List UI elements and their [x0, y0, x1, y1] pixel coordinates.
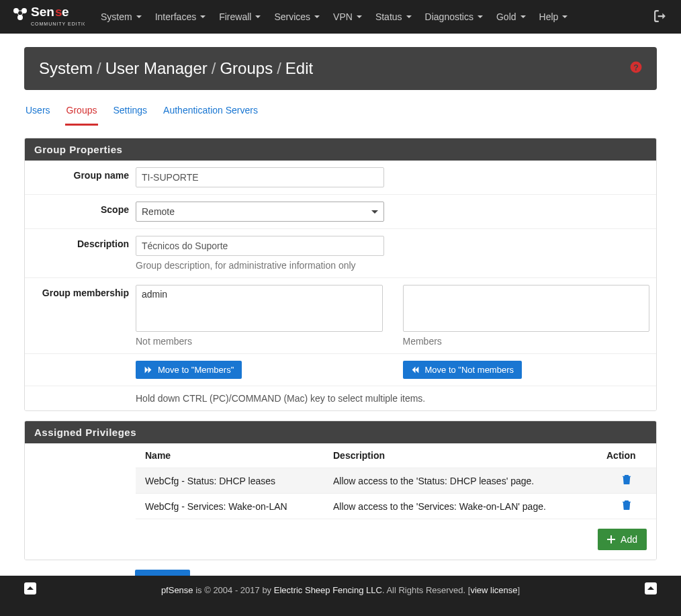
not-members-listbox[interactable]: admin [136, 285, 383, 332]
caret-down-icon [562, 15, 568, 18]
priv-description: Allow access to the 'Services: Wake-on-L… [333, 501, 606, 512]
svg-text:?: ? [633, 62, 639, 72]
not-members-caption: Not members [136, 336, 383, 347]
caret-down-icon [478, 15, 483, 18]
nav-item-vpn[interactable]: VPN [326, 1, 369, 32]
privileges-table: Name Description Action WebCfg - Status:… [136, 443, 656, 519]
nav-item-system[interactable]: System [94, 1, 148, 32]
breadcrumb-part[interactable]: System [39, 59, 93, 78]
nav-item-firewall[interactable]: Firewall [212, 1, 267, 32]
breadcrumb-part: Edit [285, 59, 313, 78]
table-row: WebCfg - Services: Wake-on-LAN Allow acc… [136, 494, 656, 519]
view-license-link[interactable]: view license [470, 585, 517, 595]
scope-selected-value: Remote [142, 206, 175, 217]
membership-help-text: Hold down CTRL (PC)/COMMAND (Mac) key to… [136, 393, 647, 404]
group-properties-panel: Group Properties Group name Scope Remote… [24, 138, 657, 411]
assigned-privileges-panel: Assigned Privileges Name Description Act… [24, 421, 657, 560]
help-circle-icon: ? [630, 61, 642, 73]
nav-item-status[interactable]: Status [369, 1, 418, 32]
scroll-to-top-button[interactable] [24, 582, 36, 595]
top-navbar: Sen s e COMMUNITY EDITION System Interfa… [0, 0, 681, 34]
page-header: System / User Manager / Groups / Edit ? [24, 47, 657, 90]
svg-text:s: s [55, 5, 62, 19]
list-option[interactable]: admin [139, 288, 379, 300]
nav-menu: System Interfaces Firewall Services VPN … [94, 1, 574, 32]
caret-down-icon [314, 15, 320, 18]
footer-company-link[interactable]: Electric Sheep Fencing LLC [274, 585, 382, 595]
tab-bar: Users Groups Settings Authentication Ser… [24, 99, 657, 126]
angle-double-right-icon [144, 365, 152, 374]
nav-item-help[interactable]: Help [533, 1, 575, 32]
nav-label: System [101, 11, 132, 22]
page-content: System / User Manager / Groups / Edit ? … [0, 34, 681, 610]
nav-label: Gold [496, 11, 516, 22]
trash-icon [622, 500, 631, 510]
button-label: Move to "Not members [425, 365, 514, 375]
move-to-members-button[interactable]: Move to "Members" [136, 361, 242, 379]
page-footer: pfSense is © 2004 - 2017 by Electric She… [0, 576, 681, 616]
caret-down-icon [200, 15, 206, 18]
caret-down-icon [255, 15, 261, 18]
group-name-label: Group name [25, 161, 136, 194]
breadcrumb: System / User Manager / Groups / Edit [39, 59, 313, 78]
nav-label: Interfaces [155, 11, 196, 22]
brand-logo[interactable]: Sen s e COMMUNITY EDITION [11, 4, 85, 30]
breadcrumb-separator: / [277, 59, 281, 78]
tab-users[interactable]: Users [24, 99, 52, 126]
nav-label: Status [375, 11, 402, 22]
panel-title: Assigned Privileges [25, 421, 656, 443]
column-header-description: Description [333, 450, 606, 461]
description-input[interactable] [136, 236, 384, 256]
breadcrumb-part[interactable]: User Manager [105, 59, 208, 78]
tab-auth-servers[interactable]: Authentication Servers [162, 99, 259, 126]
footer-brand-link[interactable]: pfSense [161, 585, 193, 595]
caret-down-icon [406, 15, 412, 18]
breadcrumb-separator: / [97, 59, 101, 78]
nav-label: VPN [333, 11, 353, 22]
description-help-text: Group description, for administrative in… [136, 260, 647, 271]
nav-item-diagnostics[interactable]: Diagnostics [418, 1, 490, 32]
button-label: Move to "Members" [158, 365, 234, 375]
svg-text:e: e [62, 5, 69, 19]
page-help-button[interactable]: ? [630, 61, 642, 77]
svg-text:Sen: Sen [31, 5, 54, 19]
scope-select[interactable]: Remote [136, 202, 384, 222]
add-privilege-button[interactable]: Add [598, 529, 647, 550]
tab-settings[interactable]: Settings [111, 99, 148, 126]
delete-privilege-button[interactable] [622, 475, 631, 486]
footer-text: pfSense is © 2004 - 2017 by Electric She… [161, 585, 520, 595]
scroll-to-top-button[interactable] [645, 582, 657, 595]
chevron-up-icon [647, 585, 654, 592]
nav-item-services[interactable]: Services [267, 1, 326, 32]
members-listbox[interactable] [403, 285, 650, 332]
nav-item-gold[interactable]: Gold [490, 1, 533, 32]
angle-double-left-icon [411, 365, 420, 374]
plus-icon [607, 535, 615, 543]
delete-privilege-button[interactable] [622, 500, 631, 512]
group-name-input[interactable] [136, 167, 384, 187]
membership-label: Group membership [25, 278, 136, 353]
caret-down-icon [357, 15, 362, 18]
table-row: WebCfg - Status: DHCP leases Allow acces… [136, 468, 656, 494]
caret-down-icon [136, 15, 142, 18]
description-label: Description [25, 229, 136, 277]
svg-text:COMMUNITY EDITION: COMMUNITY EDITION [31, 21, 85, 26]
panel-title: Group Properties [25, 138, 656, 161]
move-to-notmembers-button[interactable]: Move to "Not members [403, 361, 523, 379]
breadcrumb-separator: / [212, 59, 216, 78]
column-header-action: Action [606, 450, 647, 461]
trash-icon [622, 475, 631, 484]
priv-description: Allow access to the 'Status: DHCP leases… [333, 476, 606, 486]
scope-label: Scope [25, 195, 136, 228]
priv-name: WebCfg - Status: DHCP leases [145, 476, 333, 486]
caret-down-icon [520, 15, 526, 18]
nav-label: Firewall [219, 11, 251, 22]
nav-item-interfaces[interactable]: Interfaces [148, 1, 212, 32]
priv-name: WebCfg - Services: Wake-on-LAN [145, 501, 333, 512]
nav-label: Diagnostics [425, 11, 473, 22]
breadcrumb-part[interactable]: Groups [220, 59, 273, 78]
tab-groups[interactable]: Groups [65, 99, 99, 126]
nav-label: Services [274, 11, 310, 22]
table-header-row: Name Description Action [136, 443, 656, 468]
logout-button[interactable] [654, 10, 666, 24]
